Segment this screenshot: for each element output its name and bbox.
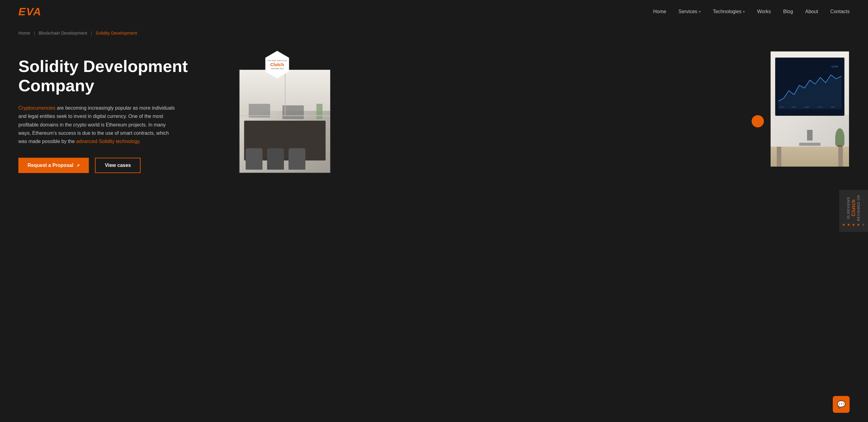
hero-title: Solidity Development Company [19, 57, 227, 95]
chat-icon: 💬 [837, 400, 846, 409]
view-cases-button[interactable]: View cases [95, 158, 141, 173]
nav-about[interactable]: About [805, 9, 818, 14]
clutch-reviewed-text: REVIEWED ON [857, 195, 860, 221]
clutch-badge-top-text: TOP B2B SERVICES [267, 59, 287, 62]
clutch-badge[interactable]: TOP B2B SERVICES Clutch UKRAINE 2022 [264, 51, 291, 78]
technologies-chevron-icon: ▾ [743, 10, 745, 14]
main-nav: Home Services ▾ Technologies ▾ Works Blo… [653, 9, 849, 14]
nav-home[interactable]: Home [653, 9, 666, 14]
clutch-brand-text: Clutch [851, 199, 856, 217]
breadcrumb-current: Solidity Development [96, 31, 137, 35]
star-3: ★ [851, 223, 856, 227]
nav-contacts[interactable]: Contacts [830, 9, 849, 14]
svg-text:FEB: FEB [792, 106, 796, 108]
breadcrumb-home[interactable]: Home [19, 31, 30, 35]
office-image-left [239, 69, 331, 173]
chat-button[interactable]: 💬 [833, 396, 849, 413]
hero-buttons: Request a Proposal ↗ View cases [19, 158, 227, 173]
advanced-solidity-link[interactable]: advanced Solidity technology. [76, 139, 141, 144]
header: EVA Home Services ▾ Technologies ▾ Works… [0, 0, 868, 23]
nav-blog[interactable]: Blog [783, 9, 793, 14]
request-proposal-button[interactable]: Request a Proposal ↗ [19, 158, 89, 173]
svg-text:APR: APR [818, 106, 822, 108]
star-1: ★ [842, 223, 846, 227]
clutch-reviews-text: 35 REVIEWS [847, 197, 850, 219]
hero-description: Cryptocurrencies are becoming increasing… [19, 104, 178, 145]
star-5: ★ [861, 223, 866, 227]
star-4: ★ [856, 223, 861, 227]
cryptocurrencies-link[interactable]: Cryptocurrencies [19, 105, 56, 110]
decorative-circle [752, 115, 764, 127]
svg-text:MAY: MAY [831, 106, 836, 108]
nav-works[interactable]: Works [757, 9, 771, 14]
svg-text:JAN: JAN [779, 106, 783, 108]
star-2: ★ [846, 223, 851, 227]
breadcrumb: Home | Blockchain Development | Solidity… [0, 23, 868, 39]
clutch-stars: ★ ★ ★ ★ ★ [842, 223, 866, 227]
svg-text:MAR: MAR [805, 106, 809, 108]
clutch-badge-sub-text: UKRAINE 2022 [271, 67, 284, 70]
breadcrumb-sep-1: | [34, 31, 35, 35]
breadcrumb-blockchain[interactable]: Blockchain Development [39, 31, 87, 35]
logo[interactable]: EVA [19, 5, 42, 18]
hero-section: Solidity Development Company Cryptocurre… [0, 39, 868, 198]
external-link-icon: ↗ [76, 163, 80, 168]
breadcrumb-sep-2: | [91, 31, 92, 35]
clutch-badge-main-text: Clutch [271, 62, 284, 68]
svg-text:+12.5%: +12.5% [831, 66, 838, 68]
monitor-image-right: JAN FEB MAR APR MAY +12.5% [770, 51, 849, 167]
hero-images: TOP B2B SERVICES Clutch UKRAINE 2022 [239, 51, 849, 180]
services-chevron-icon: ▾ [699, 10, 701, 14]
hero-content: Solidity Development Company Cryptocurre… [19, 51, 227, 173]
clutch-sidebar[interactable]: ★ ★ ★ ★ ★ 35 REVIEWS Clutch REVIEWED ON [839, 190, 868, 232]
nav-technologies[interactable]: Technologies ▾ [713, 9, 745, 14]
nav-services[interactable]: Services ▾ [678, 9, 701, 14]
